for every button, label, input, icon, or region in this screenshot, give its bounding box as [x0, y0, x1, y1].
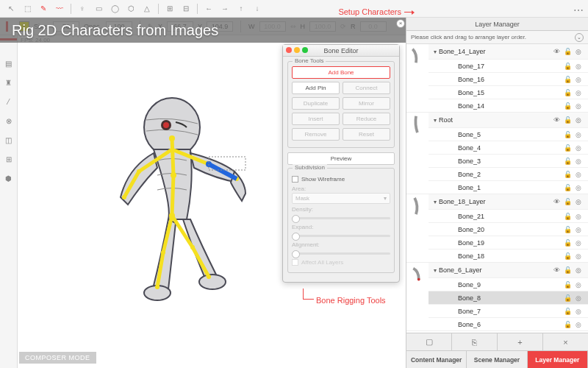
target-icon[interactable]: ◎ [575, 226, 582, 233]
target-icon[interactable]: ◎ [575, 63, 582, 70]
affect-checkbox[interactable]: Affect All Layers [292, 259, 390, 266]
layer-row[interactable]: Bone_8🔓◎ [429, 291, 588, 304]
lock-icon[interactable]: 🔓 [564, 281, 571, 289]
layer-row[interactable]: Bone_14🔓◎ [429, 99, 588, 112]
target-icon[interactable]: ◎ [575, 294, 582, 302]
visibility-icon[interactable]: 👁 [553, 198, 560, 205]
add-bone-button[interactable]: Add Bone [292, 66, 390, 79]
visibility-icon[interactable]: 👁 [553, 116, 560, 124]
layer-row[interactable]: Bone_16🔓◎ [429, 72, 588, 85]
lock-icon[interactable]: 🔓 [564, 102, 571, 110]
lock-icon[interactable]: 🔓 [564, 171, 571, 178]
visibility-icon[interactable]: 👁 [553, 48, 560, 55]
tool-icon[interactable]: ↑ [236, 4, 246, 14]
grid-icon[interactable]: ⊞ [3, 153, 15, 165]
shield-icon[interactable]: ♜ [3, 77, 15, 88]
cursor-icon[interactable]: ↖ [6, 4, 16, 14]
lock-icon[interactable]: 🔓 [564, 184, 571, 191]
preview-button[interactable]: Preview [287, 152, 395, 165]
layer-row[interactable]: Bone_5🔓◎ [429, 127, 588, 141]
lock-icon[interactable]: 🔓 [564, 308, 571, 315]
target-icon[interactable]: ◎ [575, 144, 582, 152]
duplicate-button[interactable]: Duplicate [292, 97, 340, 110]
target-icon[interactable]: ◎ [575, 266, 582, 274]
tool-icon[interactable]: ▭ [93, 4, 104, 14]
density-slider[interactable] [292, 217, 390, 219]
lock-icon[interactable]: 🔓 [564, 63, 571, 70]
pen-icon[interactable]: ✎ [38, 4, 49, 14]
target-icon[interactable]: ◎ [575, 321, 582, 328]
target-icon[interactable]: ◎ [575, 131, 582, 138]
layer-row[interactable]: Bone_4🔓◎ [429, 141, 588, 154]
target-icon[interactable]: ◎ [575, 48, 582, 55]
lock-icon[interactable]: 🔓 [564, 266, 571, 274]
area-select[interactable]: Mask [292, 193, 390, 204]
tab-layer[interactable]: Layer Manager [528, 351, 588, 368]
layer-row[interactable]: Bone_21🔓◎ [429, 209, 588, 222]
alignment-slider[interactable] [292, 252, 390, 255]
character-sprite[interactable] [98, 87, 253, 308]
visibility-icon[interactable]: 👁 [553, 266, 560, 274]
target-icon[interactable]: ◎ [575, 308, 582, 315]
tool-icon[interactable]: ⊞ [165, 4, 175, 14]
target-icon[interactable]: ◎ [575, 198, 582, 205]
connect-button[interactable]: Connect [343, 82, 390, 94]
lock-icon[interactable]: 🔓 [564, 294, 571, 302]
lock-icon[interactable]: 🔓 [564, 158, 571, 165]
layer-btn[interactable]: ▢ [406, 333, 452, 350]
layer-group-header[interactable]: ▾Root👁🔓◎ [429, 113, 588, 127]
tool-icon[interactable]: △ [142, 4, 152, 14]
cube-icon[interactable]: ⬢ [3, 172, 15, 184]
insert-button[interactable]: Insert [292, 113, 340, 125]
layer-row[interactable]: Bone_6🔓◎ [429, 317, 588, 330]
layer-row[interactable]: Bone_17🔓◎ [429, 59, 588, 72]
target-icon[interactable]: ◎ [575, 281, 582, 289]
lock-icon[interactable]: 🔓 [564, 252, 571, 260]
select-icon[interactable]: ⬚ [22, 4, 32, 14]
target-icon[interactable]: ◎ [575, 89, 582, 96]
layer-group-header[interactable]: ▾Bone_14_Layer👁🔓◎ [429, 44, 588, 59]
lock-icon[interactable]: 🔓 [564, 321, 571, 328]
close-icon[interactable]: × [396, 19, 405, 28]
target-icon[interactable]: ◎ [575, 213, 582, 220]
tab-content[interactable]: Content Manager [406, 351, 467, 368]
layer-row[interactable]: Bone_3🔓◎ [429, 154, 588, 167]
lock-icon[interactable]: 🔓 [564, 144, 571, 152]
tool-icon[interactable]: → [220, 4, 230, 14]
tool-icon[interactable]: ◯ [110, 4, 120, 14]
layer-row[interactable]: Bone_9🔓◎ [429, 277, 588, 291]
lock-icon[interactable]: 🔓 [564, 89, 571, 96]
add-button[interactable]: + [498, 333, 543, 350]
target-icon[interactable]: ◎ [575, 171, 582, 178]
lock-icon[interactable]: 🔓 [564, 198, 571, 205]
link-icon[interactable]: ⊗ [3, 115, 15, 127]
lock-icon[interactable]: 🔓 [564, 76, 571, 83]
add-pin-button[interactable]: Add Pin [292, 82, 340, 94]
layer-row[interactable]: Bone_15🔓◎ [429, 85, 588, 99]
mirror-button[interactable]: Mirror [343, 97, 390, 110]
reset-button[interactable]: Reset [343, 128, 390, 141]
layer-row[interactable]: Bone_2🔓◎ [429, 167, 588, 180]
layer-row[interactable]: Bone_1🔓◎ [429, 180, 588, 194]
lock-icon[interactable]: 🔓 [564, 116, 571, 124]
layer-row[interactable]: Bone_20🔓◎ [429, 222, 588, 236]
tool-icon[interactable]: ← [204, 4, 214, 14]
lock-icon[interactable]: 🔓 [564, 131, 571, 138]
target-icon[interactable]: ◎ [575, 158, 582, 165]
target-icon[interactable]: ◎ [575, 239, 582, 247]
tab-scene[interactable]: Scene Manager [467, 351, 527, 368]
lock-icon[interactable]: 🔓 [564, 213, 571, 220]
lock-icon[interactable]: 🔓 [564, 226, 571, 233]
brush-icon[interactable]: 〰 [54, 4, 65, 14]
delete-button[interactable]: × [543, 333, 588, 350]
layer-row[interactable]: Bone_18🔓◎ [429, 249, 588, 262]
bulb-icon[interactable]: ♀ [77, 4, 87, 14]
target-icon[interactable]: ◎ [575, 76, 582, 83]
layers-icon[interactable]: ▤ [3, 57, 15, 69]
expand-slider[interactable] [292, 235, 390, 237]
copy-button[interactable]: ⎘ [452, 333, 498, 350]
wireframe-checkbox[interactable]: Show Wireframe [292, 176, 390, 183]
remove-button[interactable]: Remove [292, 128, 340, 141]
target-icon[interactable]: ◎ [575, 184, 582, 191]
collapse-icon[interactable]: ⌄ [575, 33, 584, 42]
